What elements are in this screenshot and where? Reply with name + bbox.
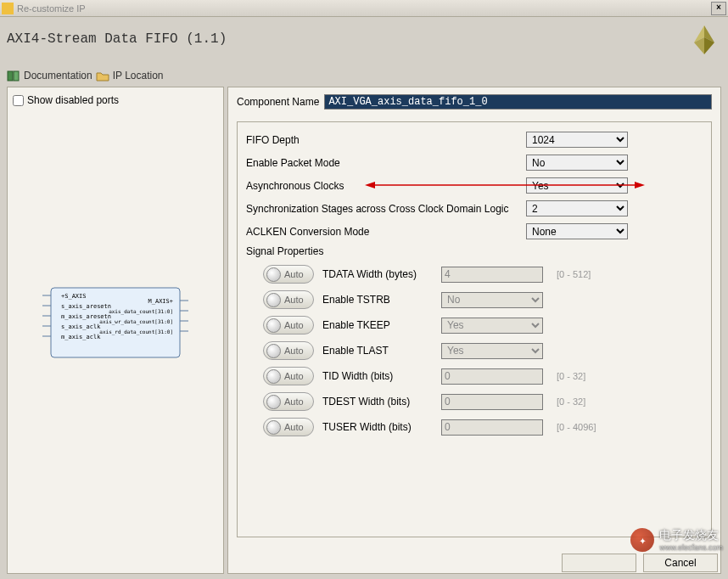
- cancel-button[interactable]: Cancel: [643, 554, 718, 572]
- tid-hint: [0 - 32]: [557, 371, 585, 381]
- packet-mode-row: Enable Packet Mode No: [246, 154, 703, 171]
- sync-stages-select[interactable]: 2: [526, 200, 628, 216]
- sync-stages-row: Synchronization Stages across Cross Cloc…: [246, 200, 703, 217]
- tstrb-row: Auto Enable TSTRB No: [246, 290, 703, 310]
- tdest-width-row: Auto TDEST Width (bits) [0 - 32]: [246, 391, 703, 412]
- vendor-logo-icon: [687, 22, 721, 56]
- show-disabled-ports-label: Show disabled ports: [27, 94, 119, 106]
- tid-input[interactable]: [441, 368, 543, 385]
- tid-width-row: Auto TID Width (bits) [0 - 32]: [246, 366, 703, 386]
- documentation-link[interactable]: Documentation: [7, 70, 92, 82]
- async-clocks-row: Asynchronous Clocks Yes: [246, 177, 703, 194]
- svg-text:axis_wr_data_count[31:0]: axis_wr_data_count[31:0]: [99, 318, 173, 325]
- svg-text:axis_data_count[31:0]: axis_data_count[31:0]: [109, 308, 173, 315]
- tdest-label: TDEST Width (bits): [322, 396, 441, 408]
- aclken-mode-label: ACLKEN Conversion Mode: [246, 226, 526, 238]
- tuser-input[interactable]: [441, 419, 543, 436]
- svg-text:s_axis_aresetn: s_axis_aresetn: [61, 303, 111, 310]
- ok-button[interactable]: [562, 554, 636, 572]
- folder-icon: [96, 70, 109, 82]
- component-name-label: Component Name: [237, 96, 319, 108]
- content-area: AXI4-Stream Data FIFO (1.1) Documentatio…: [0, 17, 728, 579]
- tdata-auto-button[interactable]: Auto: [263, 265, 314, 284]
- fifo-depth-label: FIFO Depth: [246, 134, 526, 146]
- left-panel: Show disabled ports +S_AXIS s_axis_arese…: [7, 87, 224, 574]
- ip-location-link[interactable]: IP Location: [96, 70, 164, 82]
- packet-mode-label: Enable Packet Mode: [246, 157, 526, 169]
- svg-text:m_axis_aclk: m_axis_aclk: [61, 334, 101, 340]
- block-diagram: +S_AXIS s_axis_aresetn m_axis_aresetn s_…: [39, 284, 192, 361]
- tstrb-select[interactable]: No: [441, 292, 543, 308]
- tuser-auto-button[interactable]: Auto: [263, 418, 314, 436]
- svg-marker-3: [704, 37, 714, 54]
- ip-title: AXI4-Stream Data FIFO (1.1): [7, 31, 687, 47]
- inner-config-panel: FIFO Depth 1024 Enable Packet Mode No As…: [237, 121, 712, 537]
- aclken-mode-select[interactable]: None: [526, 223, 628, 239]
- tkeep-row: Auto Enable TKEEP Yes: [246, 315, 703, 335]
- tlast-auto-button[interactable]: Auto: [263, 341, 314, 360]
- dialog-button-row: Cancel: [562, 554, 718, 572]
- tstrb-auto-button[interactable]: Auto: [263, 290, 314, 309]
- tdest-input[interactable]: [441, 394, 543, 410]
- svg-text:M_AXIS+: M_AXIS+: [148, 298, 173, 305]
- right-panel: Component Name FIFO Depth 1024 Enable: [227, 87, 721, 574]
- tkeep-label: Enable TKEEP: [322, 319, 441, 331]
- window-icon: [2, 3, 14, 14]
- sync-stages-label: Synchronization Stages across Cross Cloc…: [246, 203, 526, 215]
- tlast-label: Enable TLAST: [322, 345, 441, 357]
- window-title: Re-customize IP: [17, 3, 711, 14]
- tdest-hint: [0 - 32]: [557, 396, 585, 407]
- svg-text:axis_rd_data_count[31:0]: axis_rd_data_count[31:0]: [99, 329, 173, 335]
- tdata-label: TDATA Width (bytes): [322, 268, 441, 280]
- svg-text:+S_AXIS: +S_AXIS: [61, 293, 87, 300]
- packet-mode-select[interactable]: No: [526, 155, 628, 171]
- links-row: Documentation IP Location: [7, 70, 721, 82]
- tdest-auto-button[interactable]: Auto: [263, 392, 314, 411]
- tuser-width-row: Auto TUSER Width (bits) [0 - 4096]: [246, 417, 703, 437]
- tdata-input[interactable]: [441, 267, 543, 283]
- component-name-row: Component Name: [237, 94, 712, 110]
- tuser-label: TUSER Width (bits): [322, 421, 441, 433]
- svg-rect-5: [14, 71, 19, 81]
- component-name-input[interactable]: [324, 94, 712, 110]
- book-icon: [7, 70, 20, 82]
- async-clocks-label: Asynchronous Clocks: [246, 180, 526, 192]
- tstrb-label: Enable TSTRB: [322, 294, 441, 306]
- show-disabled-ports-checkbox[interactable]: Show disabled ports: [13, 94, 218, 106]
- svg-marker-2: [694, 37, 704, 54]
- tlast-row: Auto Enable TLAST Yes: [246, 340, 703, 361]
- tlast-select[interactable]: Yes: [441, 343, 543, 359]
- tdata-hint: [0 - 512]: [557, 269, 591, 279]
- aclken-mode-row: ACLKEN Conversion Mode None: [246, 222, 703, 240]
- tid-auto-button[interactable]: Auto: [263, 367, 314, 385]
- show-disabled-ports-input[interactable]: [13, 95, 24, 106]
- ip-location-label: IP Location: [113, 70, 164, 82]
- titlebar: Re-customize IP ×: [0, 0, 728, 17]
- svg-text:s_axis_aclk: s_axis_aclk: [61, 323, 101, 330]
- fifo-depth-row: FIFO Depth 1024: [246, 131, 703, 149]
- tuser-hint: [0 - 4096]: [557, 422, 596, 432]
- fifo-depth-select[interactable]: 1024: [526, 132, 628, 148]
- signal-properties-label: Signal Properties: [246, 245, 703, 257]
- async-clocks-select[interactable]: Yes: [526, 177, 628, 194]
- header-row: AXI4-Stream Data FIFO (1.1): [7, 22, 721, 56]
- documentation-label: Documentation: [24, 70, 92, 82]
- tkeep-select[interactable]: Yes: [441, 318, 543, 334]
- tdata-width-row: Auto TDATA Width (bytes) [0 - 512]: [246, 264, 703, 284]
- main-row: Show disabled ports +S_AXIS s_axis_arese…: [7, 87, 721, 574]
- tkeep-auto-button[interactable]: Auto: [263, 316, 314, 334]
- close-button[interactable]: ×: [711, 2, 726, 15]
- svg-rect-4: [8, 71, 13, 81]
- tid-label: TID Width (bits): [322, 370, 441, 382]
